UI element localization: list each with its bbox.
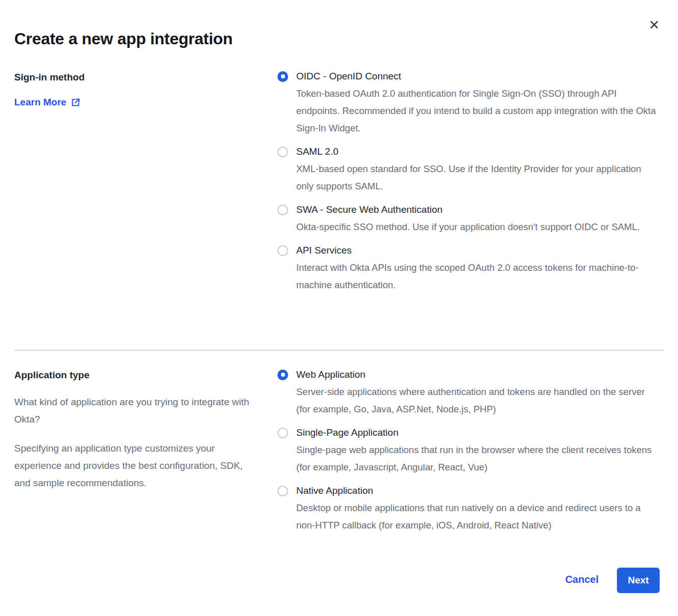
radio-description: Single-page web applications that run in… [296,441,660,476]
radio-label: API Services [296,245,352,256]
signin-method-left-column: Sign-in method Learn More [14,72,259,108]
radio-label: Web Application [296,369,365,380]
radio-description: Token-based OAuth 2.0 authentication for… [296,85,660,137]
signin-method-radio-group: OIDC - OpenID Connect Token-based OAuth … [277,71,664,303]
radio-option-swa[interactable]: SWA - Secure Web Authentication Okta-spe… [277,204,664,236]
radio-description: Desktop or mobile applications that run … [296,499,660,534]
section-divider [14,350,664,351]
application-type-heading: Application type [14,370,261,381]
radio-option-api-services[interactable]: API Services Interact with Okta APIs usi… [277,245,664,294]
radio-description: Okta-specific SSO method. Use if your ap… [296,218,660,236]
radio-description: Interact with Okta APIs using the scoped… [296,259,660,294]
application-type-intro: What kind of application are you trying … [14,394,261,492]
radio-description: Server-side applications where authentic… [296,383,660,418]
radio-option-web-application[interactable]: Web Application Server-side applications… [277,369,664,418]
radio-label: Native Application [296,485,373,496]
radio-label: SWA - Secure Web Authentication [296,204,442,215]
create-app-integration-dialog: ✕ Create a new app integration Sign-in m… [0,0,678,616]
application-type-explanation: Specifying an application type customize… [14,440,261,492]
application-type-left-column: Application type What kind of applicatio… [14,370,261,492]
radio-button-native-application[interactable] [277,486,288,496]
signin-method-heading: Sign-in method [14,72,259,83]
radio-option-single-page-application[interactable]: Single-Page Application Single-page web … [277,427,664,476]
radio-label: OIDC - OpenID Connect [296,71,401,82]
cancel-button[interactable]: Cancel [565,574,599,585]
radio-button-oidc[interactable] [277,71,288,82]
radio-label: Single-Page Application [296,427,399,438]
application-type-question: What kind of application are you trying … [14,394,261,428]
radio-option-native-application[interactable]: Native Application Desktop or mobile app… [277,485,664,534]
learn-more-link[interactable]: Learn More [14,97,80,108]
radio-button-saml[interactable] [277,147,288,157]
application-type-radio-group: Web Application Server-side applications… [277,369,664,543]
close-icon[interactable]: ✕ [648,18,660,32]
radio-description: XML-based open standard for SSO. Use if … [296,160,660,195]
radio-button-single-page-application[interactable] [277,428,288,438]
learn-more-label: Learn More [14,97,66,108]
external-link-icon [71,98,80,107]
radio-button-api-services[interactable] [277,245,288,256]
radio-button-swa[interactable] [277,205,288,215]
radio-label: SAML 2.0 [296,146,338,157]
radio-option-saml[interactable]: SAML 2.0 XML-based open standard for SSO… [277,146,664,195]
next-button[interactable]: Next [617,568,660,593]
dialog-title: Create a new app integration [14,30,233,48]
radio-button-web-application[interactable] [277,370,288,380]
radio-option-oidc[interactable]: OIDC - OpenID Connect Token-based OAuth … [277,71,664,137]
